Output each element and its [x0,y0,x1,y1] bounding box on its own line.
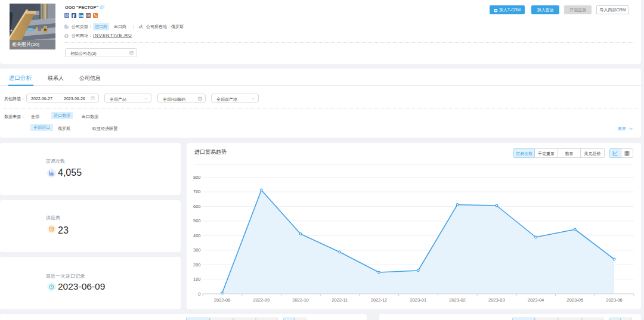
svg-text:600: 600 [193,204,201,209]
svg-text:2022-09: 2022-09 [253,297,270,303]
svg-text:300: 300 [193,247,201,253]
svg-text:2022-10: 2022-10 [292,297,309,303]
svg-text:2023-06: 2023-06 [606,297,623,303]
svg-text:400: 400 [193,233,201,238]
svg-text:2023-02: 2023-02 [449,297,466,303]
svg-text:2022-08: 2022-08 [214,297,231,303]
svg-text:800: 800 [193,175,201,180]
svg-text:2023-04: 2023-04 [528,297,544,303]
svg-text:2023-01: 2023-01 [410,297,427,303]
svg-text:700: 700 [193,189,201,194]
svg-text:2023-03: 2023-03 [488,297,505,303]
svg-text:2022-12: 2022-12 [371,297,388,303]
svg-text:200: 200 [193,262,201,268]
svg-text:100: 100 [193,276,201,282]
svg-text:相关图片(20): 相关图片(20) [12,42,40,47]
svg-text:2023-05: 2023-05 [567,297,584,303]
svg-text:2022-11: 2022-11 [332,297,348,303]
svg-text:500: 500 [193,218,201,223]
svg-text:0: 0 [198,291,200,297]
